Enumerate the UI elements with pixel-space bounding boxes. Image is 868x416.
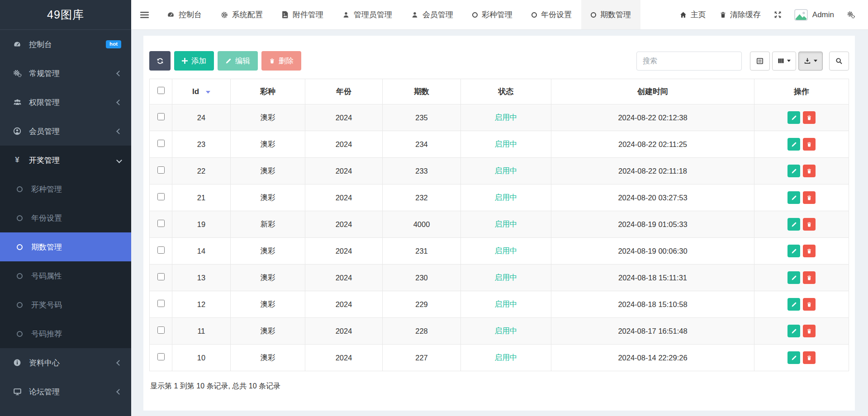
row-edit-button[interactable] (787, 111, 800, 124)
edit-button[interactable]: 编辑 (218, 51, 258, 71)
cell-year: 2024 (305, 345, 383, 371)
sidebar-item-general[interactable]: 常规管理 (0, 59, 131, 88)
sidebar-item-dashboard[interactable]: 控制台 hot (0, 30, 131, 59)
sidebar-item-data-center[interactable]: 资料中心 (0, 348, 131, 377)
app-title: 49图库 (0, 0, 131, 30)
row-edit-button[interactable] (787, 218, 800, 231)
search-input[interactable] (636, 52, 742, 71)
row-edit-button[interactable] (787, 298, 800, 311)
select-all-checkbox[interactable] (157, 87, 165, 94)
tab-system-config[interactable]: 系统配置 (211, 0, 272, 29)
row-edit-button[interactable] (787, 245, 800, 257)
row-delete-button[interactable] (803, 138, 816, 151)
user-icon (411, 11, 418, 19)
clear-cache-link[interactable]: 清除缓存 (713, 0, 768, 29)
plus-icon (182, 58, 188, 64)
row-checkbox[interactable] (157, 353, 165, 360)
cell-actions (754, 184, 849, 211)
row-checkbox[interactable] (157, 326, 165, 334)
row-checkbox[interactable] (157, 113, 165, 120)
column-header-lottery: 彩种 (231, 79, 305, 104)
home-link[interactable]: 主页 (673, 0, 713, 29)
sidebar-item-issue-management[interactable]: 期数管理 (0, 232, 131, 261)
row-delete-button[interactable] (803, 191, 816, 204)
add-button[interactable]: 添加 (174, 51, 214, 71)
row-delete-button[interactable] (803, 165, 816, 177)
cell-created: 2024-08-22 02:11:18 (551, 158, 754, 184)
tab-attachments[interactable]: 附件管理 (272, 0, 333, 29)
export-button[interactable] (798, 52, 823, 71)
sidebar-toggle-button[interactable] (131, 0, 157, 29)
cell-actions (754, 104, 849, 131)
tab-dashboard[interactable]: 控制台 (157, 0, 211, 29)
row-delete-button[interactable] (803, 325, 816, 337)
sidebar-item-members[interactable]: 会员管理 (0, 117, 131, 146)
columns-button[interactable] (772, 52, 796, 71)
row-edit-button[interactable] (787, 271, 800, 284)
user-menu[interactable]: Admin (788, 0, 840, 29)
cell-actions (754, 211, 849, 238)
sidebar-item-lottery-types[interactable]: 彩种管理 (0, 175, 131, 203)
tab-issue-management[interactable]: 期数管理 (581, 0, 640, 29)
row-checkbox[interactable] (157, 300, 165, 307)
search-button[interactable] (829, 52, 849, 71)
row-checkbox[interactable] (157, 220, 165, 227)
sidebar-item-label: 资料中心 (29, 358, 117, 368)
row-edit-button[interactable] (787, 191, 800, 204)
sidebar-item-number-recommend[interactable]: 号码推荐 (0, 319, 131, 348)
row-checkbox[interactable] (157, 273, 165, 280)
row-delete-button[interactable] (803, 111, 816, 124)
sidebar-item-permissions[interactable]: 权限管理 (0, 88, 131, 117)
sidebar-item-draw-management[interactable]: ¥ 开奖管理 (0, 146, 131, 175)
cell-year: 2024 (305, 265, 383, 291)
sidebar-item-number-attributes[interactable]: 号码属性 (0, 261, 131, 290)
refresh-button[interactable] (149, 51, 171, 71)
row-edit-button[interactable] (787, 138, 800, 151)
refresh-icon (157, 57, 164, 65)
row-edit-button[interactable] (787, 325, 800, 337)
sidebar-item-draw-numbers[interactable]: 开奖号码 (0, 290, 131, 319)
cell-id: 21 (172, 184, 231, 211)
select-all-header (150, 79, 172, 104)
row-edit-button[interactable] (787, 165, 800, 177)
issues-table: Id 彩种 年份 期数 状态 创建时间 操作 24 澳彩 2024 235 启用… (149, 79, 849, 371)
cell-actions (754, 265, 849, 291)
trash-icon (720, 11, 726, 19)
column-header-year: 年份 (305, 79, 383, 104)
tab-admins[interactable]: 管理员管理 (333, 0, 402, 29)
circle-icon (14, 244, 24, 250)
row-checkbox[interactable] (157, 166, 165, 174)
cell-lottery: 澳彩 (231, 265, 305, 291)
sidebar-item-label: 权限管理 (29, 97, 117, 108)
cell-status: 启用中 (461, 211, 551, 238)
cell-status: 启用中 (461, 131, 551, 158)
settings-button[interactable] (840, 0, 862, 29)
tab-year-settings[interactable]: 年份设置 (522, 0, 581, 29)
column-header-id[interactable]: Id (172, 79, 231, 104)
gears-icon (847, 11, 855, 19)
table-row: 14 澳彩 2024 231 启用中 2024-08-19 00:06:30 (150, 238, 849, 265)
row-edit-button[interactable] (787, 351, 800, 364)
row-delete-button[interactable] (803, 245, 816, 257)
row-delete-button[interactable] (803, 351, 816, 364)
sidebar-item-year-settings[interactable]: 年份设置 (0, 203, 131, 232)
sidebar-group-lottery: ¥ 开奖管理 彩种管理 年份设置 期数管理 号码属性 开奖号码 号码推荐 (0, 146, 131, 348)
fullscreen-button[interactable] (768, 0, 788, 29)
row-checkbox[interactable] (157, 246, 165, 254)
tab-label: 管理员管理 (354, 9, 392, 20)
tab-lottery-types[interactable]: 彩种管理 (463, 0, 522, 29)
row-delete-button[interactable] (803, 218, 816, 231)
sidebar-item-forum[interactable]: 论坛管理 (0, 377, 131, 406)
table-row: 23 澳彩 2024 234 启用中 2024-08-22 02:11:25 (150, 131, 849, 158)
row-delete-button[interactable] (803, 271, 816, 284)
toggle-view-button[interactable] (750, 52, 770, 71)
row-delete-button[interactable] (803, 298, 816, 311)
delete-button[interactable]: 删除 (261, 51, 301, 71)
table-toolbar: 添加 编辑 删除 (149, 51, 849, 71)
row-checkbox-cell (150, 318, 172, 345)
row-checkbox[interactable] (157, 140, 165, 147)
row-checkbox[interactable] (157, 193, 165, 200)
column-header-status: 状态 (461, 79, 551, 104)
cell-id: 23 (172, 131, 231, 158)
tab-members[interactable]: 会员管理 (402, 0, 463, 29)
